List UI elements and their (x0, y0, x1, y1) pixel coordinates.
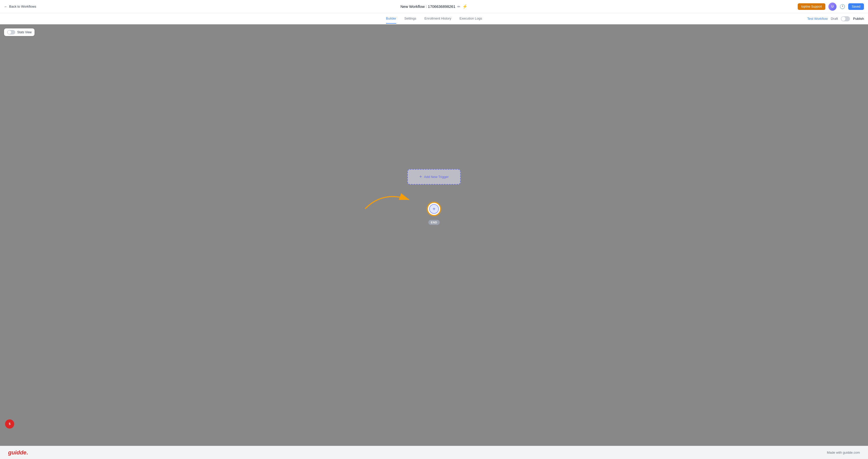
header-center: New Workflow : 1706636898261 ✏ ⚡ (401, 4, 468, 9)
tab-builder[interactable]: Builder (386, 14, 396, 24)
draft-label: Draft (831, 17, 838, 21)
app-header: ← Back to Workflows New Workflow : 17066… (0, 0, 868, 13)
edit-icon[interactable]: ✏ (457, 5, 460, 9)
tab-execution-logs[interactable]: Execution Logs (459, 14, 482, 24)
add-new-trigger-button[interactable]: + Add New Trigger (407, 169, 461, 185)
made-with-label: Made with guidde.com (827, 451, 860, 454)
stats-view-switch[interactable] (7, 30, 15, 34)
trigger-plus-icon: + (419, 174, 422, 180)
workflow-title: New Workflow : 1706636898261 (401, 4, 456, 9)
notification-badge[interactable]: 5 (5, 419, 14, 429)
stats-view-label: Stats View (17, 30, 31, 34)
trigger-label: Add New Trigger (424, 175, 449, 179)
plus-circle-inner: + (429, 204, 439, 214)
nav-right: Test Workflow Draft Publish (807, 16, 864, 21)
stats-view-toggle[interactable]: Stats View (4, 28, 34, 36)
end-badge: END (428, 220, 440, 225)
header-right: topline Support U 🕐 Saved (798, 3, 864, 11)
footer: guidde . Made with guidde.com (0, 446, 868, 459)
arrow-indicator (363, 188, 414, 211)
plus-icon: + (432, 206, 436, 212)
draft-publish-toggle[interactable] (841, 16, 850, 21)
guidde-logo-dot: . (26, 449, 28, 456)
plus-circle-outer[interactable]: + (427, 202, 441, 216)
tab-settings[interactable]: Settings (404, 14, 416, 24)
nav-tabs: Builder Settings Enrollment History Exec… (0, 13, 868, 24)
workflow-canvas: Stats View + Add New Trigger + END 5 (0, 24, 868, 446)
back-link-label: Back to Workflows (9, 5, 36, 8)
lightning-icon: ⚡ (462, 4, 467, 9)
saved-button[interactable]: Saved (848, 3, 864, 10)
add-step-button[interactable]: + (427, 202, 441, 216)
clock-icon[interactable]: 🕐 (840, 4, 845, 9)
publish-label: Publish (853, 17, 864, 21)
back-to-workflows-link[interactable]: ← Back to Workflows (4, 5, 36, 9)
test-workflow-button[interactable]: Test Workflow (807, 17, 828, 21)
support-button[interactable]: topline Support (798, 3, 825, 10)
avatar[interactable]: U (828, 3, 837, 11)
back-arrow-icon: ← (4, 5, 8, 9)
guidde-logo: guidde . (8, 449, 28, 456)
guidde-logo-text: guidde (8, 449, 26, 456)
tab-enrollment-history[interactable]: Enrollment History (424, 14, 451, 24)
